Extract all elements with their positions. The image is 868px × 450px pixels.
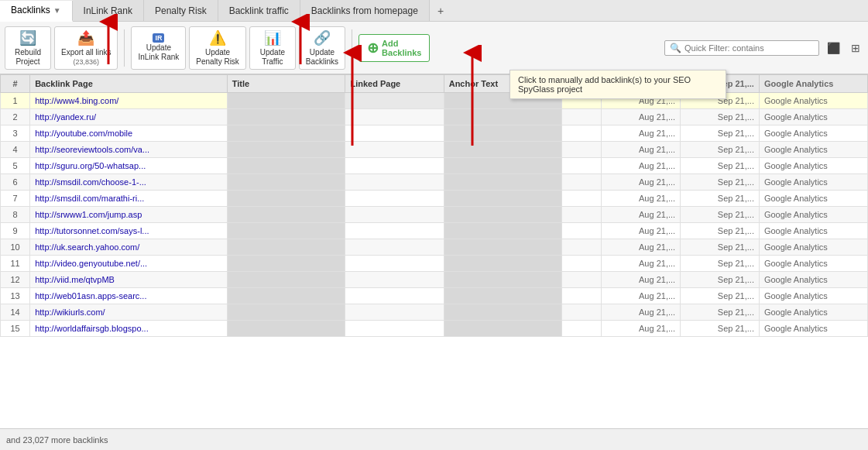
- export-links-button[interactable]: 📤 Export all links(23,836): [54, 26, 118, 70]
- cell-title: [227, 191, 345, 207]
- cell-num: 14: [1, 304, 30, 321]
- cell-li: [562, 239, 602, 256]
- cell-linked: [345, 239, 444, 256]
- col-header-analytics[interactable]: Google Analytics: [759, 75, 867, 93]
- cell-date2: Sep 21,...: [681, 142, 760, 158]
- add-tab-button[interactable]: +: [430, 2, 451, 20]
- cell-analytics: Google Analytics: [759, 239, 867, 256]
- cell-analytics: Google Analytics: [759, 288, 867, 304]
- cell-page[interactable]: http://smsdil.com/marathi-ri...: [30, 191, 228, 207]
- cell-num: 11: [1, 256, 30, 272]
- tab-backlinks-label: Backlinks: [11, 5, 50, 15]
- table-row: 15 http://worldaffairsgb.blogspo... Aug …: [1, 321, 868, 337]
- cell-page[interactable]: http://sguru.org/50-whatsap...: [30, 158, 228, 174]
- cell-num: 10: [1, 239, 30, 256]
- table-row: 3 http://youtube.com/mobile Aug 21,... S…: [1, 125, 868, 142]
- cell-anchor: [444, 109, 562, 125]
- cell-linked: [345, 304, 444, 321]
- cell-date1: Aug 21,...: [602, 321, 681, 337]
- cell-linked: [345, 191, 444, 207]
- update-traffic-button[interactable]: 📊 UpdateTraffic: [249, 26, 296, 70]
- add-backlinks-tooltip: Click to manually add backlink(s) to you…: [509, 70, 726, 99]
- export-label: Export all links(23,836): [61, 48, 111, 67]
- cell-page[interactable]: http://worldaffairsgb.blogspo...: [30, 321, 228, 337]
- cell-page[interactable]: http://video.genyoutube.net/...: [30, 256, 228, 272]
- cell-li: [562, 304, 602, 321]
- cell-title: [227, 321, 345, 337]
- tab-bar: Backlinks ▼ InLink Rank Penalty Risk Bac…: [0, 0, 868, 22]
- tab-backlinks-homepage[interactable]: Backlinks from homepage: [300, 0, 430, 21]
- traffic-icon: 📊: [264, 29, 281, 46]
- cell-num: 8: [1, 207, 30, 223]
- search-input-wrap[interactable]: 🔍: [664, 40, 819, 56]
- cell-date1: Aug 21,...: [602, 174, 681, 191]
- cell-analytics: Google Analytics: [759, 223, 867, 239]
- col-header-num[interactable]: #: [1, 75, 30, 93]
- cell-anchor: [444, 321, 562, 337]
- cell-page[interactable]: http://web01asn.apps-searc...: [30, 288, 228, 304]
- cell-li: [562, 109, 602, 125]
- cell-date1: Aug 21,...: [602, 158, 681, 174]
- cell-analytics: Google Analytics: [759, 191, 867, 207]
- cell-num: 5: [1, 158, 30, 174]
- table-row: 6 http://smsdil.com/choose-1-... Aug 21,…: [1, 174, 868, 191]
- cell-date1: Aug 21,...: [602, 239, 681, 256]
- cell-date1: Aug 21,...: [602, 256, 681, 272]
- tab-inlink-rank[interactable]: InLink Rank: [73, 0, 144, 21]
- cell-analytics: Google Analytics: [759, 158, 867, 174]
- cell-page[interactable]: http://yandex.ru/: [30, 109, 228, 125]
- filter-icon[interactable]: ⬛: [824, 40, 843, 56]
- cell-date1: Aug 21,...: [602, 109, 681, 125]
- grid-view-icon[interactable]: ⊞: [848, 40, 863, 56]
- cell-page[interactable]: http://seoreviewtools.com/va...: [30, 142, 228, 158]
- col-header-page[interactable]: Backlink Page: [30, 75, 228, 93]
- cell-page[interactable]: http://tutorsonnet.com/says-l...: [30, 223, 228, 239]
- add-backlinks-button[interactable]: ⊕ AddBacklinks: [359, 34, 430, 62]
- cell-date1: Aug 21,...: [602, 207, 681, 223]
- col-header-linked[interactable]: Linked Page: [345, 75, 444, 93]
- col-header-title[interactable]: Title: [227, 75, 345, 93]
- update-inlink-button[interactable]: IR UpdateInLink Rank: [131, 26, 186, 70]
- cell-page[interactable]: http://uk.search.yahoo.com/: [30, 239, 228, 256]
- cell-anchor: [444, 142, 562, 158]
- rebuild-project-button[interactable]: 🔄 RebuildProject: [5, 26, 51, 70]
- table-row: 1 http://www4.bing.com/ Aug 21,... Sep 2…: [1, 93, 868, 109]
- toolbar: 🔄 RebuildProject 📤 Export all links(23,8…: [0, 22, 868, 74]
- cell-page[interactable]: http://youtube.com/mobile: [30, 125, 228, 142]
- search-area: 🔍 ⬛ ⊞: [664, 40, 863, 56]
- cell-page[interactable]: http://wikiurls.com/: [30, 304, 228, 321]
- cell-li: [562, 191, 602, 207]
- cell-date2: Sep 21,...: [681, 158, 760, 174]
- cell-page[interactable]: http://smsdil.com/choose-1-...: [30, 174, 228, 191]
- rebuild-label: RebuildProject: [15, 48, 41, 67]
- cell-num: 6: [1, 174, 30, 191]
- cell-date2: Sep 21,...: [681, 256, 760, 272]
- cell-li: [562, 158, 602, 174]
- table-row: 12 http://viid.me/qtvpMB Aug 21,... Sep …: [1, 272, 868, 288]
- footer: and 23,027 more backlinks: [0, 428, 868, 450]
- cell-num: 15: [1, 321, 30, 337]
- search-input[interactable]: [684, 43, 814, 53]
- cell-page[interactable]: http://srwww1.com/jump.asp: [30, 207, 228, 223]
- cell-page[interactable]: http://www4.bing.com/: [30, 93, 228, 109]
- tab-penalty-risk[interactable]: Penalty Risk: [144, 0, 218, 21]
- cell-analytics: Google Analytics: [759, 109, 867, 125]
- cell-date2: Sep 21,...: [681, 223, 760, 239]
- cell-num: 12: [1, 272, 30, 288]
- tab-penalty-risk-label: Penalty Risk: [155, 5, 207, 16]
- table-row: 9 http://tutorsonnet.com/says-l... Aug 2…: [1, 223, 868, 239]
- tab-backlink-traffic[interactable]: Backlink traffic: [218, 0, 300, 21]
- export-icon: 📤: [77, 29, 94, 46]
- update-backlinks-label: UpdateBacklinks: [306, 48, 338, 67]
- tab-backlinks[interactable]: Backlinks ▼: [0, 1, 73, 22]
- cell-page[interactable]: http://viid.me/qtvpMB: [30, 272, 228, 288]
- update-penalty-button[interactable]: ⚠️ UpdatePenalty Risk: [189, 26, 246, 70]
- table-row: 13 http://web01asn.apps-searc... Aug 21,…: [1, 288, 868, 304]
- cell-analytics: Google Analytics: [759, 272, 867, 288]
- table-row: 11 http://video.genyoutube.net/... Aug 2…: [1, 256, 868, 272]
- tab-dropdown-icon[interactable]: ▼: [53, 6, 61, 15]
- cell-li: [562, 256, 602, 272]
- table-row: 14 http://wikiurls.com/ Aug 21,... Sep 2…: [1, 304, 868, 321]
- backlinks-table-container: # Backlink Page Title Linked Page Anchor…: [0, 74, 868, 428]
- update-backlinks-button[interactable]: 🔗 UpdateBacklinks: [299, 26, 345, 70]
